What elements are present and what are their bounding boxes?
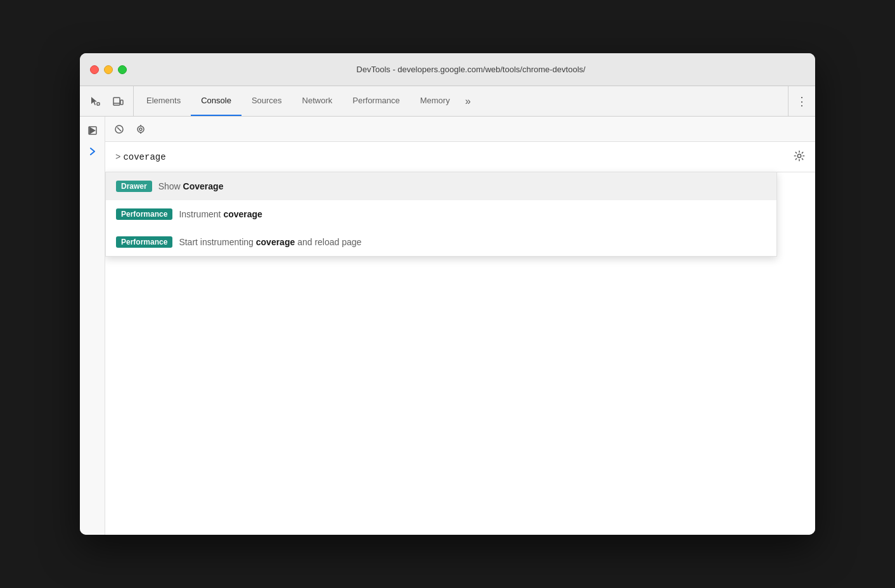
window-title: DevTools - developers.google.com/web/too… (137, 65, 805, 74)
close-button[interactable] (90, 65, 99, 74)
device-icon (112, 96, 124, 107)
tab-network[interactable]: Network (292, 86, 343, 116)
clear-icon (114, 124, 124, 134)
sidebar (80, 117, 105, 535)
tab-memory[interactable]: Memory (410, 86, 460, 116)
tabs-container: Elements Console Sources Network Perform… (134, 86, 788, 116)
console-toolbar (105, 117, 815, 142)
maximize-button[interactable] (118, 65, 127, 74)
autocomplete-dropdown: Drawer Show Coverage Performance Instrum… (105, 172, 777, 257)
toolbar-right: ⋮ (788, 86, 815, 116)
svg-point-13 (797, 154, 801, 157)
filter-icon (136, 124, 146, 134)
autocomplete-item-1[interactable]: Performance Instrument coverage (106, 200, 776, 228)
svg-rect-2 (120, 100, 123, 105)
autocomplete-item-0[interactable]: Drawer Show Coverage (106, 172, 776, 200)
badge-performance-2: Performance (116, 236, 172, 248)
badge-performance-1: Performance (116, 208, 172, 220)
autocomplete-text-2: Start instrumenting coverage and reload … (179, 237, 361, 247)
settings-area (794, 150, 805, 164)
console-input[interactable] (123, 152, 805, 162)
svg-line-8 (117, 127, 121, 131)
tab-elements[interactable]: Elements (136, 86, 191, 116)
tab-console[interactable]: Console (191, 86, 241, 116)
autocomplete-text-1: Instrument coverage (179, 209, 262, 219)
badge-drawer-0: Drawer (116, 181, 152, 192)
traffic-lights (90, 65, 127, 74)
svg-point-10 (139, 128, 142, 131)
svg-rect-0 (97, 103, 100, 105)
main-content: > Drawer Show Coverage (80, 117, 815, 535)
gear-icon (794, 150, 805, 162)
more-tabs-button[interactable]: » (460, 86, 476, 116)
device-toggle-button[interactable] (108, 91, 128, 112)
console-area: > Drawer Show Coverage (105, 117, 815, 535)
autocomplete-item-2[interactable]: Performance Start instrumenting coverage… (106, 228, 776, 256)
console-prompt: > (115, 152, 120, 162)
settings-button[interactable] (794, 150, 805, 164)
svg-point-9 (138, 126, 144, 132)
cursor-icon (89, 96, 101, 107)
console-input-area: > Drawer Show Coverage (105, 142, 815, 172)
sidebar-expand-button[interactable] (88, 147, 97, 158)
minimize-button[interactable] (104, 65, 113, 74)
title-bar: DevTools - developers.google.com/web/too… (80, 53, 815, 86)
svg-rect-1 (113, 98, 120, 105)
inspect-element-button[interactable] (85, 91, 105, 112)
toolbar-left (80, 86, 134, 116)
tab-sources[interactable]: Sources (241, 86, 292, 116)
chevron-right-icon (88, 147, 97, 156)
customize-menu-button[interactable]: ⋮ (796, 96, 808, 107)
autocomplete-text-0: Show Coverage (158, 181, 224, 191)
play-icon (87, 125, 98, 136)
devtools-toolbar: Elements Console Sources Network Perform… (80, 86, 815, 117)
clear-console-button[interactable] (110, 120, 128, 138)
run-snippet-button[interactable] (84, 122, 101, 139)
devtools-window: DevTools - developers.google.com/web/too… (80, 53, 815, 535)
filter-button[interactable] (132, 120, 150, 138)
tab-performance[interactable]: Performance (342, 86, 409, 116)
